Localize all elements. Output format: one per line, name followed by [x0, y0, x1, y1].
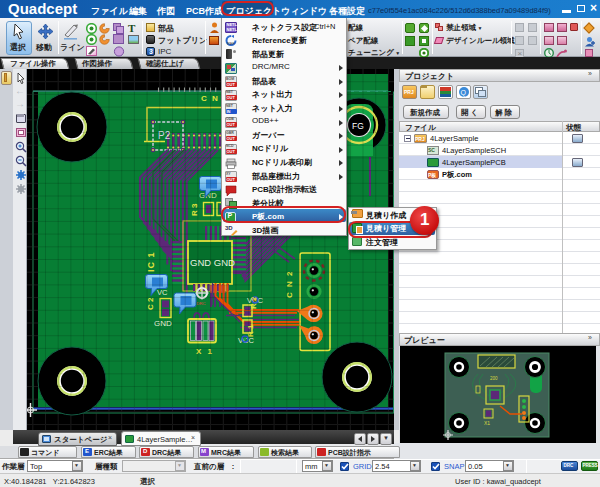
svg-text:REF: REF	[227, 41, 236, 46]
svg-text:Q: Q	[461, 89, 467, 97]
svg-text:200: 200	[490, 376, 498, 381]
svg-text:R 1: R 1	[246, 324, 255, 337]
svg-text:GND GND: GND GND	[190, 257, 235, 268]
svg-text:VC: VC	[157, 288, 168, 297]
svg-text:X1: X1	[484, 420, 490, 426]
svg-text:FG: FG	[352, 121, 364, 131]
